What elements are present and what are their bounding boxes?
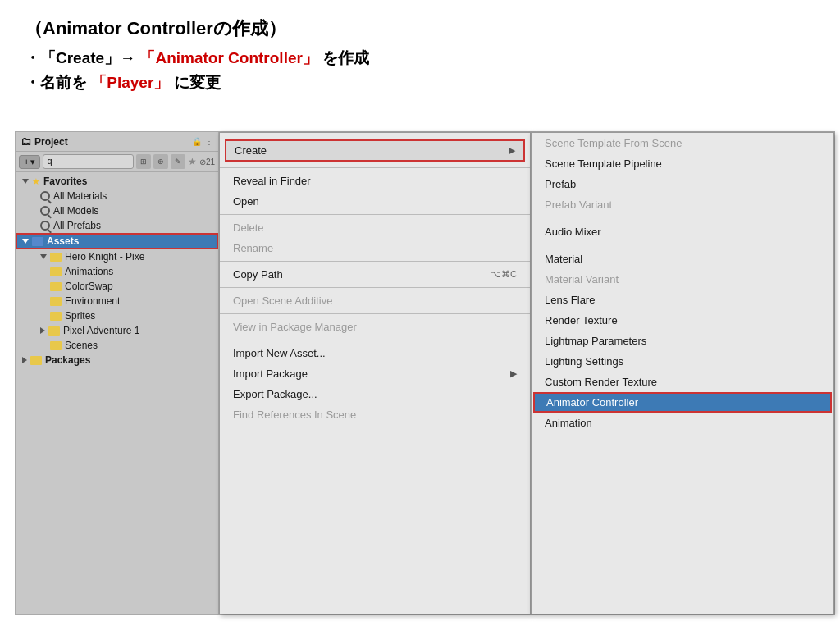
- pixel-adventure-folder-icon: [48, 326, 60, 336]
- hero-knight-folder-icon: [50, 253, 62, 262]
- delete-item: Delete: [220, 217, 530, 238]
- colorswap-label: ColorSwap: [65, 281, 113, 292]
- delete-label: Delete: [233, 221, 264, 234]
- sprites-item[interactable]: Sprites: [16, 308, 218, 323]
- lightmap-parameters-label: Lightmap Parameters: [545, 335, 646, 347]
- favorites-item[interactable]: ★ Favorites: [16, 174, 218, 189]
- import-new-asset-item[interactable]: Import New Asset...: [220, 343, 530, 363]
- assets-label: Assets: [47, 235, 79, 247]
- all-materials-item[interactable]: All Materials: [16, 189, 218, 203]
- assets-item[interactable]: Assets: [16, 233, 218, 249]
- add-button[interactable]: + ▾: [19, 155, 40, 169]
- render-texture-label: Render Texture: [545, 314, 618, 326]
- divider-2: [220, 214, 530, 215]
- prefab-variant-label: Prefab Variant: [545, 199, 612, 211]
- scenes-label: Scenes: [65, 340, 98, 351]
- audio-mixer-label: Audio Mixer: [545, 226, 601, 238]
- open-label: Open: [233, 195, 259, 208]
- prefab-label: Prefab: [545, 178, 576, 190]
- hero-knight-label: Hero Knight - Pixe: [65, 251, 144, 262]
- all-models-label: All Models: [53, 205, 98, 217]
- all-prefabs-item[interactable]: All Prefabs: [16, 218, 218, 233]
- packages-item[interactable]: Packages: [16, 353, 218, 368]
- project-panel: 🗂 Project 🔒 ⋮ + ▾ q ⊞ ⊛ ✎ ★ ⊘21: [16, 132, 219, 614]
- pixel-adventure-label: Pixel Adventure 1: [63, 325, 139, 336]
- context-menu: Create ▶ Reveal in Finder Open Delete Re…: [219, 132, 531, 614]
- packages-label: Packages: [45, 354, 90, 366]
- tool-icon-2[interactable]: ⊛: [153, 154, 168, 169]
- environment-item[interactable]: Environment: [16, 294, 218, 308]
- lighting-settings-item[interactable]: Lighting Settings: [532, 351, 833, 372]
- star-icon: ★: [188, 156, 197, 167]
- colorswap-item[interactable]: ColorSwap: [16, 279, 218, 294]
- eye-count: ⊘21: [199, 158, 215, 167]
- animation-label: Animation: [545, 417, 592, 429]
- scene-template-pipeline-item[interactable]: Scene Template Pipeline: [532, 153, 833, 174]
- environment-folder-icon: [50, 297, 62, 306]
- sprites-label: Sprites: [65, 310, 95, 322]
- triangle-hero-knight: [40, 254, 47, 259]
- tree-area: ★ Favorites All Materials All Models All…: [16, 172, 218, 369]
- render-texture-item[interactable]: Render Texture: [532, 310, 833, 331]
- more-icon: ⋮: [205, 137, 213, 146]
- open-item[interactable]: Open: [220, 191, 530, 212]
- environment-label: Environment: [65, 295, 120, 307]
- prefab-variant-item: Prefab Variant: [532, 194, 833, 215]
- lightmap-parameters-item[interactable]: Lightmap Parameters: [532, 331, 833, 351]
- reveal-finder-item[interactable]: Reveal in Finder: [220, 171, 530, 191]
- copy-path-shortcut: ⌥⌘C: [491, 269, 517, 280]
- submenu-spacer-2: [532, 242, 833, 249]
- copy-path-item[interactable]: Copy Path ⌥⌘C: [220, 264, 530, 285]
- custom-render-texture-item[interactable]: Custom Render Texture: [532, 372, 833, 392]
- audio-mixer-item[interactable]: Audio Mixer: [532, 221, 833, 242]
- search-icon-models: [40, 206, 50, 216]
- lens-flare-item[interactable]: Lens Flare: [532, 290, 833, 310]
- bullet-line-2: ・名前を 「Player」 に変更: [25, 72, 815, 94]
- rename-label: Rename: [233, 242, 273, 254]
- import-package-arrow-icon: ▶: [510, 368, 517, 379]
- search-input[interactable]: q: [43, 154, 133, 169]
- all-materials-label: All Materials: [53, 190, 107, 202]
- find-references-item: Find References In Scene: [220, 404, 530, 425]
- main-title: （Animator Controllerの作成）: [25, 16, 815, 41]
- project-toolbar: + ▾ q ⊞ ⊛ ✎ ★ ⊘21: [16, 152, 218, 172]
- assets-folder-icon: [32, 237, 43, 246]
- all-models-item[interactable]: All Models: [16, 203, 218, 218]
- material-item[interactable]: Material: [532, 249, 833, 269]
- pixel-adventure-item[interactable]: Pixel Adventure 1: [16, 323, 218, 338]
- animator-controller-item[interactable]: Animator Controller: [533, 392, 832, 413]
- unity-screenshot-area: 🗂 Project 🔒 ⋮ + ▾ q ⊞ ⊛ ✎ ★ ⊘21: [15, 131, 835, 615]
- colorswap-folder-icon: [50, 282, 62, 291]
- tool-icon-1[interactable]: ⊞: [136, 154, 151, 169]
- scene-template-pipeline-label: Scene Template Pipeline: [545, 158, 662, 170]
- rename-item: Rename: [220, 238, 530, 258]
- all-prefabs-label: All Prefabs: [53, 220, 101, 231]
- animations-item[interactable]: Animations: [16, 264, 218, 279]
- scenes-item[interactable]: Scenes: [16, 338, 218, 353]
- custom-render-texture-label: Custom Render Texture: [545, 376, 657, 388]
- import-package-item[interactable]: Import Package ▶: [220, 363, 530, 384]
- scene-template-from-scene-item: Scene Template From Scene: [532, 133, 833, 153]
- import-package-label: Import Package: [233, 368, 308, 380]
- add-arrow: ▾: [30, 157, 35, 167]
- scene-template-from-scene-label: Scene Template From Scene: [545, 137, 682, 149]
- hero-knight-item[interactable]: Hero Knight - Pixe: [16, 249, 218, 264]
- favorites-star-icon: ★: [32, 176, 40, 187]
- material-label: Material: [545, 253, 582, 265]
- create-menu-item[interactable]: Create ▶: [225, 139, 525, 162]
- triangle-assets: [22, 239, 29, 244]
- export-package-item[interactable]: Export Package...: [220, 384, 530, 404]
- search-icon-materials: [40, 191, 50, 201]
- triangle-favorites: [22, 179, 29, 184]
- header-icons: 🔒 ⋮: [192, 137, 213, 146]
- prefab-item[interactable]: Prefab: [532, 174, 833, 194]
- divider-3: [220, 261, 530, 262]
- import-new-asset-label: Import New Asset...: [233, 347, 326, 359]
- tool-icon-3[interactable]: ✎: [171, 154, 185, 169]
- animation-item[interactable]: Animation: [532, 413, 833, 433]
- copy-path-label: Copy Path: [233, 268, 283, 281]
- project-panel-title: 🗂 Project: [21, 135, 68, 148]
- reveal-finder-label: Reveal in Finder: [233, 175, 311, 187]
- bullet-line-1: ・「Create」→ 「Animator Controller」 を作成: [25, 48, 815, 69]
- divider-4: [220, 287, 530, 288]
